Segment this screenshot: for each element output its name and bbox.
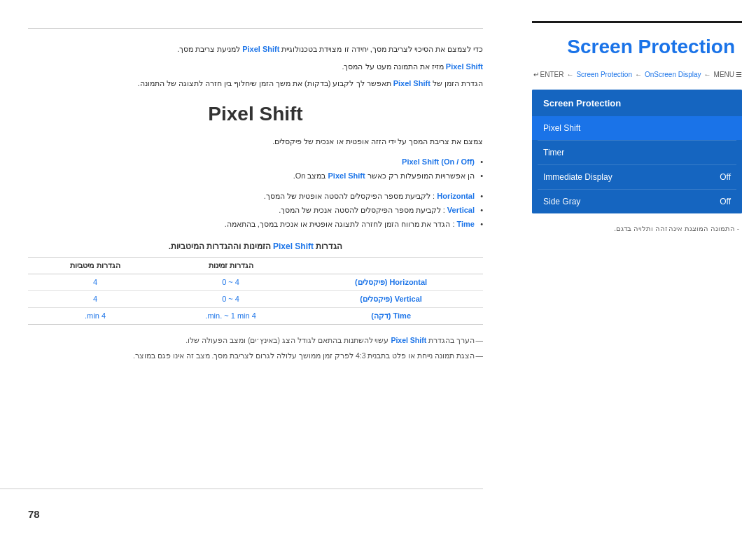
menu-icon: ☰	[736, 71, 742, 78]
intro-pixel-shift-2: Pixel Shift	[446, 62, 483, 71]
menu-item-timer[interactable]: Timer	[532, 141, 742, 164]
bullet-list: (On / Off) Pixel Shift הן אפשרויות המופע…	[28, 155, 483, 183]
bc-menu: MENU	[714, 71, 734, 78]
row-optimal-horizontal: 4	[28, 274, 162, 290]
enter-icon: ↵	[533, 71, 539, 78]
intro-line1-end: למניעת צריבת מסך.	[177, 45, 240, 53]
bottom-divider	[0, 489, 483, 489]
section-title: Pixel Shift	[28, 103, 483, 125]
menu-label-timer: Timer	[543, 148, 564, 157]
page-number: 78	[28, 508, 40, 520]
row-optimal-time: 4 min.	[28, 307, 162, 324]
bullet1-highlight: (On / Off) Pixel Shift	[402, 157, 475, 166]
row-range-vertical: 4 ~ 0	[162, 290, 299, 307]
bullet2-highlight: Pixel Shift	[328, 171, 365, 180]
arrow-3: ←	[704, 71, 711, 78]
intro-pixel-shift-3: Pixel Shift	[393, 79, 430, 87]
row-range-horizontal: 4 ~ 0	[162, 274, 299, 290]
menu-value-side-gray: Off	[720, 197, 731, 206]
note-1: הערך בהגדרת Pixel Shift עשוי להשתנות בהת…	[28, 335, 483, 347]
menu-label-pixel-shift: Pixel Shift	[543, 123, 580, 133]
vertical-text: : לקביעת מספר הפיקסלים להסטה אנכית של המ…	[279, 206, 445, 214]
section-description: צמצם את צריבת המסך על ידי הזזה אופטית או…	[28, 135, 483, 148]
arrow-1: ←	[566, 71, 573, 78]
menu-label-immediate-display: Immediate Display	[543, 172, 612, 182]
time-text: : הגדר את מרווח הזמן לחזרה לתצוגה אופטית…	[225, 220, 455, 228]
intro-line3-start: הגדרת הזמן של	[433, 79, 483, 87]
bc-onscreen-display: OnScreen Display	[645, 71, 701, 78]
horizontal-label: Horizontal	[437, 192, 475, 200]
row-label-vertical: Vertical (פיקסלים)	[299, 290, 483, 307]
sub-bullet-horizontal: Horizontal : לקביעת מספר הפיקסלים להסטה …	[28, 190, 483, 204]
bullet-item-2: הן אפשרויות המופעלות רק כאשר Pixel Shift…	[28, 169, 483, 183]
intro-line1-text: כדי לצמצם את הסיכוי לצריבת מסך, יחידה זו…	[281, 45, 483, 53]
time-label: Time	[457, 220, 475, 228]
bottom-notes: הערך בהגדרת Pixel Shift עשוי להשתנות בהת…	[28, 335, 483, 363]
intro-line3: הגדרת הזמן של Pixel Shift תאפשר לך לקבוע…	[28, 77, 483, 90]
bullet-item-1: (On / Off) Pixel Shift	[28, 155, 483, 169]
intro-line2: Pixel Shift מזיז את התמונה מעט על המסך.	[28, 60, 483, 73]
col-header-label	[299, 257, 483, 274]
sub-bullet-time: Time : הגדר את מרווח הזמן לחזרה לתצוגה א…	[28, 218, 483, 232]
menu-label-side-gray: Side Gray	[543, 197, 580, 206]
intro-line2-end: מזיז את התמונה מעט על המסך.	[342, 62, 443, 71]
menu-item-side-gray[interactable]: Side Gray Off	[532, 190, 742, 213]
row-label-horizontal: Horizontal (פיקסלים)	[299, 274, 483, 290]
table-row: Vertical (פיקסלים) 4 ~ 0 4	[28, 290, 483, 307]
enter-label: ENTER	[540, 71, 564, 78]
settings-header-prefix: הגדרות	[316, 241, 342, 251]
col-header-optimal: הגדרות מיטביות	[28, 257, 162, 274]
vertical-label: Vertical	[447, 206, 475, 214]
table-row: Horizontal (פיקסלים) 4 ~ 0 4	[28, 274, 483, 290]
menu-value-immediate-display: Off	[720, 172, 731, 182]
menu-item-immediate-display[interactable]: Immediate Display Off	[532, 165, 742, 189]
row-label-time: Time (דקה)	[299, 307, 483, 324]
table-row: Time (דקה) 4 min. ~ 1 min. 4 min.	[28, 307, 483, 324]
intro-line1: כדי לצמצם את הסיכוי לצריבת מסך, יחידה זו…	[28, 43, 483, 56]
sub-bullet-list: Horizontal : לקביעת מספר הפיקסלים להסטה …	[28, 190, 483, 231]
arrow-2: ←	[635, 71, 642, 78]
settings-header: הגדרות Pixel Shift הזמינות וההגדרות המיט…	[28, 241, 483, 251]
settings-table: הגדרות זמינות הגדרות מיטביות Horizontal …	[28, 257, 483, 325]
right-panel: Screen Protection ↵ ENTER ← Screen Prote…	[518, 0, 756, 534]
menu-header: Screen Protection	[532, 90, 742, 116]
col-header-range: הגדרות זמינות	[162, 257, 299, 274]
bullet2-prefix: הן אפשרויות המופעלות רק כאשר	[368, 171, 475, 180]
settings-header-suffix: הזמינות וההגדרות המיטביות.	[169, 241, 271, 251]
settings-header-highlight: Pixel Shift	[273, 241, 314, 251]
left-content: כדי לצמצם את הסיכוי לצריבת מסך, יחידה זו…	[0, 0, 518, 534]
top-divider	[28, 28, 483, 29]
menu-header-text: Screen Protection	[543, 98, 621, 108]
menu-item-pixel-shift[interactable]: Pixel Shift	[532, 116, 742, 140]
intro-pixel-shift-1: Pixel Shift	[242, 45, 279, 53]
bc-screen-protection: Screen Protection	[576, 71, 632, 78]
panel-note: התמונה המוצגת אינה זהה ותלויה בדגם.	[532, 225, 742, 232]
horizontal-text: : לקביעת מספר הפיקסלים להסטה אופטית של ה…	[264, 192, 435, 200]
bullet2-suffix: במצב On.	[293, 171, 326, 180]
menu-box: Screen Protection Pixel Shift Timer Imme…	[532, 90, 742, 213]
breadcrumb: ↵ ENTER ← Screen Protection ← OnScreen D…	[532, 71, 742, 78]
sub-bullet-vertical: Vertical : לקביעת מספר הפיקסלים להסטה אנ…	[28, 204, 483, 218]
intro-line3-end: תאפשר לך לקבוע (בדקות) את משך הזמן שיחלו…	[138, 79, 391, 87]
row-optimal-vertical: 4	[28, 290, 162, 307]
note-2: הצגת תמונה נייחת או פלט בתבנית 4:3 לפרק …	[28, 350, 483, 363]
panel-title: Screen Protection	[532, 36, 742, 58]
row-range-time: 4 min. ~ 1 min.	[162, 307, 299, 324]
right-top-bar	[532, 21, 742, 23]
